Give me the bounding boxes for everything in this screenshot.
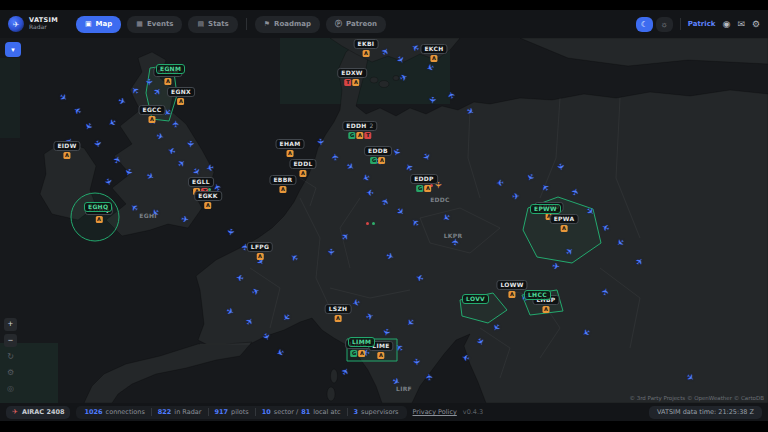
airport-facility-badges: A: [279, 186, 286, 193]
settings-icon[interactable]: ⚙: [752, 20, 760, 29]
airport-label-EKCH[interactable]: EKCHA: [420, 44, 447, 62]
aircraft-icon[interactable]: ✈: [144, 78, 153, 86]
airport-label-EKBI[interactable]: EKBIA: [354, 39, 379, 57]
aircraft-icon[interactable]: ✈: [185, 140, 195, 148]
aircraft-icon[interactable]: ✈: [365, 312, 375, 323]
nav-stats[interactable]: ▤Stats: [188, 16, 237, 33]
airport-label-EPWA[interactable]: EPWAA: [550, 214, 579, 232]
privacy-policy-link[interactable]: Privacy Policy: [413, 408, 457, 416]
sector-label-LOVV[interactable]: LOVV: [462, 294, 489, 304]
nav-events[interactable]: ▦Events: [127, 16, 182, 33]
airport-icao-text: EDDL: [293, 160, 312, 168]
stat-divider: [347, 408, 348, 416]
zoom-in-button[interactable]: +: [4, 318, 17, 331]
sector-label-EGNM[interactable]: EGNM: [156, 64, 185, 74]
airport-text-LKPR[interactable]: LKPR: [444, 232, 463, 239]
aircraft-icon[interactable]: ✈: [381, 327, 392, 337]
facility-badge-A: A: [430, 55, 437, 62]
aircraft-icon[interactable]: ✈: [155, 132, 165, 143]
aircraft-icon[interactable]: ✈: [427, 96, 437, 104]
airport-icao: EBBR: [269, 175, 296, 185]
sector-label-LHCC[interactable]: LHCC: [524, 290, 551, 300]
airport-icao-text: LOWW: [500, 281, 523, 289]
airport-icao: EDDL: [289, 159, 316, 169]
aircraft-icon[interactable]: ✈: [92, 140, 102, 149]
ground-aircraft-dot[interactable]: [366, 222, 369, 225]
top-navbar: ✈ VATSIM Radar ▣Map▦Events▤Stats⚑Roadmap…: [0, 10, 768, 38]
stat-value: 81: [301, 408, 310, 416]
airport-text-EGHI[interactable]: EGHI: [139, 212, 156, 219]
map-settings-button[interactable]: ⚙: [4, 366, 17, 379]
airport-text-LIRF[interactable]: LIRF: [396, 385, 412, 392]
aircraft-icon[interactable]: ✈: [451, 238, 461, 246]
aircraft-icon[interactable]: ✈: [555, 163, 565, 172]
aircraft-icon[interactable]: ✈: [206, 162, 215, 172]
stat-item: 10sector /81local atc: [262, 408, 341, 416]
airport-label-EDXW[interactable]: EDXWTA: [337, 68, 367, 86]
stat-divider: [151, 408, 152, 416]
sector-label-EGHQ[interactable]: EGHQ: [84, 202, 112, 212]
airport-label-EDDP[interactable]: EDDPGA: [410, 174, 438, 192]
aircraft-icon[interactable]: ✈: [512, 192, 520, 202]
nav-map[interactable]: ▣Map: [76, 16, 121, 33]
airport-icao: EDDP: [410, 174, 438, 184]
ground-aircraft-dot[interactable]: [372, 222, 375, 225]
sector-label-LIMM[interactable]: LIMM: [348, 337, 375, 347]
github-icon[interactable]: ◉: [723, 20, 731, 29]
airport-label-EIDW[interactable]: EIDWA: [53, 141, 80, 159]
airport-label-EBBR[interactable]: EBBRA: [269, 175, 296, 193]
aircraft-icon[interactable]: ✈: [103, 177, 114, 187]
airport-label-EGNX[interactable]: EGNXA: [167, 87, 195, 105]
aircraft-icon[interactable]: ✈: [496, 177, 504, 187]
aircraft-icon[interactable]: ✈: [331, 153, 341, 161]
airport-label-LOWW[interactable]: LOWWA: [496, 280, 527, 298]
facility-badge-T: T: [365, 132, 372, 139]
aircraft-icon[interactable]: ✈: [326, 248, 335, 256]
user-menu[interactable]: Patrick: [688, 20, 716, 28]
map-canvas[interactable]: EGNMEGHQEPWWLOVVLIMMLHCC✈✈✈✈✈✈✈✈✈✈✈✈✈✈✈✈…: [0, 38, 768, 403]
aircraft-icon[interactable]: ✈: [366, 187, 374, 197]
airport-icao-text: EDDH: [346, 122, 366, 130]
nav-roadmap[interactable]: ⚑Roadmap: [255, 16, 320, 33]
nav-patreon[interactable]: ⓅPatreon: [326, 16, 386, 33]
aircraft-icon[interactable]: ✈: [425, 373, 435, 381]
zoom-out-button[interactable]: −: [4, 334, 17, 347]
airport-label-EGKK[interactable]: EGKKA: [194, 191, 222, 209]
airport-icao: LOWW: [496, 280, 527, 290]
map-filter-button[interactable]: ▼: [5, 42, 21, 57]
airport-facility-badges: A: [149, 116, 156, 123]
refresh-button[interactable]: ↻: [4, 350, 17, 363]
airport-icao-text: EGCC: [142, 106, 161, 114]
sector-label-EPWW[interactable]: EPWW: [530, 204, 561, 214]
aircraft-icon[interactable]: ✈: [225, 228, 235, 237]
airport-facility-badges: GA: [371, 157, 386, 164]
stat-label: connections: [106, 408, 145, 416]
nav-label: Patreon: [346, 20, 377, 28]
airport-label-EDDH[interactable]: EDDH2GAT: [342, 121, 377, 139]
aircraft-icon[interactable]: ✈: [236, 272, 245, 282]
airport-facility-badges: A: [287, 150, 294, 157]
airport-label-EGCC[interactable]: EGCCA: [138, 105, 165, 123]
facility-badge-A: A: [353, 79, 360, 86]
aircraft-icon[interactable]: ✈: [552, 262, 561, 272]
locate-button[interactable]: ◎: [4, 382, 17, 395]
aircraft-icon[interactable]: ✈: [315, 138, 325, 146]
facility-badge-A: A: [256, 253, 263, 260]
airport-label-LFPG[interactable]: LFPGA: [247, 242, 273, 260]
aircraft-icon[interactable]: ✈: [411, 358, 421, 366]
airport-label-LSZH[interactable]: LSZHA: [325, 304, 352, 322]
moon-theme-button[interactable]: ☾: [636, 17, 653, 32]
aircraft-icon[interactable]: ✈: [172, 120, 181, 128]
mail-icon[interactable]: ✉: [737, 20, 745, 29]
aircraft-icon[interactable]: ✈: [181, 215, 190, 225]
facility-badge-A: A: [542, 306, 549, 313]
airport-icao-text: EGKK: [198, 192, 218, 200]
airport-label-EHAM[interactable]: EHAMA: [276, 139, 305, 157]
stat-label: supervisors: [361, 408, 398, 416]
airport-label-EDDB[interactable]: EDDBGA: [364, 146, 392, 164]
sun-theme-button[interactable]: ☼: [656, 17, 673, 32]
airport-text-EDDC[interactable]: EDDC: [430, 196, 450, 203]
facility-badge-A: A: [424, 185, 431, 192]
airport-facility-badges: A: [95, 216, 102, 223]
app-logo[interactable]: ✈ VATSIM Radar: [8, 16, 58, 32]
